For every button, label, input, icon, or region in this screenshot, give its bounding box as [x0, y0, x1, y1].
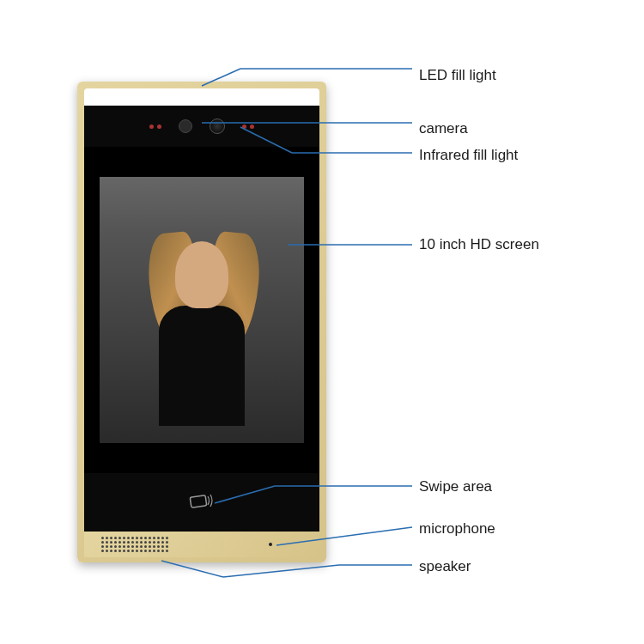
led-fill-light — [84, 88, 319, 106]
bottom-panel — [84, 532, 319, 557]
card-swipe-icon — [189, 491, 215, 513]
label-screen: 10 inch HD screen — [419, 236, 539, 253]
camera-lens-1 — [179, 119, 192, 133]
svg-line-10 — [161, 561, 223, 577]
swipe-area — [84, 473, 319, 532]
camera-bar — [84, 106, 319, 147]
camera-lens-2 — [210, 118, 225, 134]
label-led: LED fill light — [419, 67, 496, 84]
speaker-grille — [101, 537, 168, 552]
label-infrared: Infrared fill light — [419, 147, 518, 164]
microphone-hole — [269, 543, 272, 546]
hd-screen — [84, 147, 319, 473]
diagram-container: LED fill light camera Infrared fill ligh… — [0, 0, 644, 644]
svg-line-11 — [223, 565, 339, 577]
device — [77, 82, 326, 562]
label-camera: camera — [419, 120, 468, 137]
portrait-photo — [146, 224, 258, 396]
label-mic: microphone — [419, 520, 495, 538]
svg-rect-0 — [190, 495, 206, 507]
label-swipe: Swipe area — [419, 478, 492, 495]
screen-content — [100, 177, 304, 443]
label-speaker: speaker — [419, 558, 471, 575]
ir-right — [242, 125, 254, 129]
ir-left — [149, 125, 161, 129]
